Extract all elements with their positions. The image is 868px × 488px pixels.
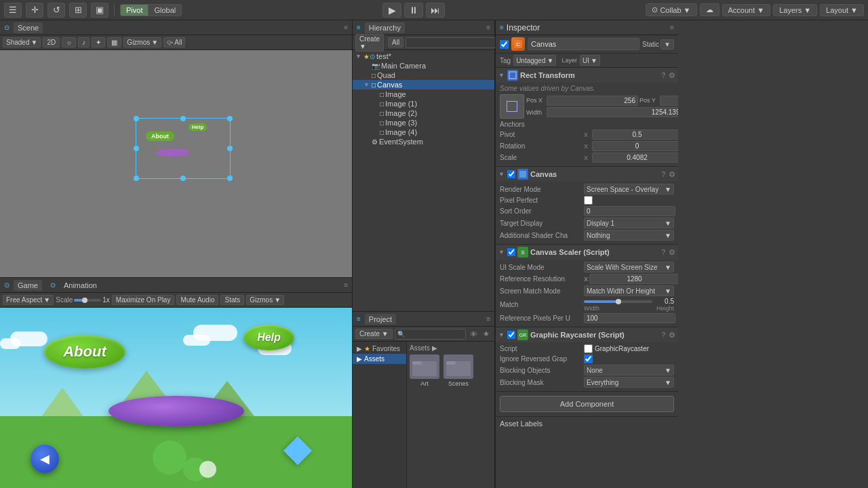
tree-item-quad[interactable]: □ Quad — [353, 70, 494, 80]
game-collapse-btn[interactable]: ≡ — [344, 281, 348, 289]
project-tab[interactable]: Project — [365, 314, 396, 325]
global-btn[interactable]: Global — [149, 5, 181, 16]
gr-eye[interactable]: ? — [661, 331, 665, 339]
gr-blocking-mask-dropdown[interactable]: Everything ▼ — [584, 377, 674, 388]
sort-order-input[interactable] — [584, 206, 675, 216]
tree-item-canvas[interactable]: ▼ □ Canvas — [353, 80, 494, 89]
collab-btn[interactable]: ⊙ Collab ▼ — [646, 3, 696, 16]
scene-collapse-btn[interactable]: ≡ — [344, 24, 348, 31]
inspector-collapse[interactable]: ≡ — [670, 24, 674, 31]
back-button[interactable]: ◀ — [31, 445, 59, 473]
posy-input[interactable] — [660, 96, 678, 106]
canvas-comp-eye[interactable]: ? — [661, 171, 665, 178]
scene-tab[interactable]: Scene — [14, 22, 43, 33]
cloud-btn[interactable]: ☁ — [700, 3, 719, 16]
tree-item-image[interactable]: □ Image — [353, 89, 494, 99]
hierarchy-collapse[interactable]: ≡ — [486, 24, 490, 31]
hierarchy-all-btn[interactable]: All — [388, 37, 403, 47]
step-btn[interactable]: ⏭ — [426, 3, 445, 18]
move-tool-btn[interactable]: ✛ — [26, 3, 43, 18]
ref-x-input[interactable] — [589, 274, 678, 284]
play-btn[interactable]: ▶ — [382, 3, 401, 18]
aspect-dropdown[interactable]: Free Aspect▼ — [3, 295, 54, 305]
tree-item-image2[interactable]: □ Image (2) — [353, 108, 494, 118]
maximize-on-play-btn[interactable]: Maximize On Play — [112, 295, 175, 305]
account-btn[interactable]: Account ▼ — [722, 4, 771, 16]
posx-input[interactable] — [547, 96, 638, 106]
audio-btn[interactable]: ♪ — [78, 37, 90, 47]
render-mode-dropdown[interactable]: Screen Space - Overlay ▼ — [584, 184, 674, 195]
project-search[interactable]: 🔍 — [395, 329, 466, 340]
hierarchy-tab[interactable]: Hierarchy — [365, 22, 405, 33]
scene-view-btn[interactable]: ▦ — [107, 37, 121, 47]
gizmos-dropdown[interactable]: Gizmos▼ — [123, 37, 161, 47]
game-viewport[interactable]: About Help ◀ — [0, 308, 352, 488]
assets-item[interactable]: ▶ Assets — [353, 354, 406, 364]
tree-item-main-camera[interactable]: 📷 Main Camera — [353, 61, 494, 70]
hierarchy-search[interactable] — [406, 37, 497, 48]
pivot-btn[interactable]: Pivot — [121, 5, 149, 16]
scenes-folder[interactable]: Scenes — [443, 354, 473, 387]
stats-btn[interactable]: Stats — [220, 295, 244, 305]
canvas-comp-header[interactable]: ▼ Canvas ? ⚙ — [496, 167, 678, 182]
pause-btn[interactable]: ⏸ — [404, 3, 423, 18]
ui-scale-dropdown[interactable]: Scale With Screen Size ▼ — [584, 262, 674, 272]
cs-eye[interactable]: ? — [661, 249, 665, 256]
rt-gear[interactable]: ⚙ — [669, 71, 675, 80]
tree-item-test[interactable]: ▼ ★ ⊙ test* — [353, 52, 494, 61]
pivot-x[interactable] — [592, 129, 678, 140]
obj-name-input[interactable] — [528, 38, 639, 50]
game-tab[interactable]: Game — [14, 280, 42, 291]
additional-shader-dropdown[interactable]: Nothing ▼ — [584, 230, 674, 241]
mute-audio-btn[interactable]: Mute Audio — [176, 295, 218, 305]
rot-x[interactable] — [592, 141, 678, 151]
project-star-btn[interactable]: ★ — [481, 329, 492, 340]
all-dropdown[interactable]: Q▪All — [163, 37, 185, 47]
layers-btn[interactable]: Layers ▼ — [773, 4, 817, 16]
ref-pixels-input[interactable] — [584, 313, 675, 323]
animation-tab[interactable]: Animation — [60, 280, 101, 291]
screen-match-dropdown[interactable]: Match Width Or Height ▼ — [584, 285, 674, 296]
pixel-perfect-checkbox[interactable] — [584, 196, 593, 205]
tree-item-eventsystem[interactable]: ⚙ EventSystem — [353, 137, 494, 146]
gr-script-check[interactable] — [584, 344, 593, 353]
hierarchy-create-btn[interactable]: Create ▼ — [355, 34, 384, 52]
gr-gear[interactable]: ⚙ — [669, 331, 675, 340]
rect-tool-btn[interactable]: ▣ — [91, 3, 108, 18]
tree-item-image1[interactable]: □ Image (1) — [353, 99, 494, 108]
static-dropdown[interactable]: ▼ — [660, 39, 674, 49]
fx-btn[interactable]: ✦ — [92, 37, 105, 47]
add-component-btn[interactable]: Add Component — [500, 396, 674, 412]
scale-x[interactable] — [592, 152, 678, 163]
tag-dropdown[interactable]: Untagged ▼ — [513, 55, 556, 66]
shaded-dropdown[interactable]: Shaded▼ — [3, 37, 41, 47]
2d-btn[interactable]: 2D — [43, 37, 60, 47]
cs-checkbox[interactable] — [507, 248, 515, 256]
rect-transform-header[interactable]: ▼ Rect Transform ? ⚙ — [496, 68, 678, 83]
art-folder[interactable]: Art — [410, 354, 439, 387]
scale-slider[interactable] — [74, 299, 101, 302]
hand-tool-btn[interactable]: ☰ — [4, 3, 22, 18]
tree-item-image4[interactable]: □ Image (4) — [353, 127, 494, 137]
light-btn[interactable]: ☼ — [62, 37, 76, 47]
cs-gear[interactable]: ⚙ — [669, 248, 675, 257]
canvas-scaler-header[interactable]: ▼ S Canvas Scaler (Script) ? ⚙ — [496, 245, 678, 260]
about-button[interactable]: About — [44, 335, 125, 369]
purple-oval[interactable] — [108, 396, 244, 426]
canvas-comp-checkbox[interactable] — [507, 170, 515, 178]
layout-btn[interactable]: Layout ▼ — [820, 4, 864, 16]
favorites-item[interactable]: ▶ ★ Favorites — [353, 344, 406, 354]
target-display-dropdown[interactable]: Display 1 ▼ — [584, 218, 674, 228]
gr-ignore-checkbox[interactable] — [584, 354, 593, 363]
scene-viewport[interactable]: About Help — [0, 50, 352, 277]
width-input[interactable] — [547, 107, 678, 117]
tree-item-image3[interactable]: □ Image (3) — [353, 118, 494, 127]
scale-tool-btn[interactable]: ⊞ — [69, 3, 87, 18]
help-button[interactable]: Help — [243, 325, 294, 350]
project-eye-btn[interactable]: 👁 — [468, 329, 479, 340]
project-create-btn[interactable]: Create ▼ — [355, 329, 393, 339]
obj-active-checkbox[interactable] — [500, 40, 509, 49]
gr-checkbox[interactable] — [507, 331, 515, 339]
rt-eye[interactable]: ? — [661, 72, 665, 79]
rotate-tool-btn[interactable]: ↺ — [47, 3, 65, 18]
